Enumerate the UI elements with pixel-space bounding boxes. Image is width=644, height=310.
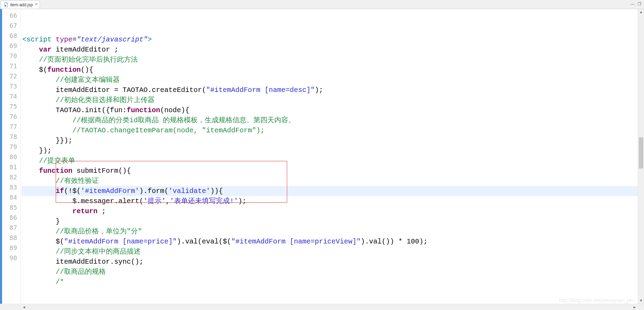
code-line[interactable]: <script type="text/javascript"> [22,34,638,45]
line-number-gutter: 6667686970717273747576777879808182838485… [2,9,21,304]
code-line[interactable]: TAOTAO.init({fun:function(node){ [22,105,638,115]
line-number: 82 [2,172,21,182]
code-token: (){ [81,66,93,74]
vertical-scroll-thumb[interactable] [639,137,643,169]
code-token: $( [22,66,47,74]
code-token: '#itemAddForm' [81,187,139,195]
code-line[interactable]: //取商品价格，单位为"分" [22,226,638,237]
close-tab-icon[interactable]: ✕ [35,2,38,7]
code-token: ).val()) * 100); [361,238,427,246]
code-line[interactable]: //根据商品的分类id取商品 的规格模板，生成规格信息。第四天内容。 [22,115,638,125]
code-token: ).val(eval($( [177,238,231,246]
code-token: if [56,187,64,195]
line-number: 81 [2,162,21,172]
horizontal-scroll-track[interactable] [27,304,631,310]
code-token: $( [22,238,64,246]
code-line[interactable]: //初始化类目选择和图片上传器 [22,95,638,105]
code-token: '提示' [143,197,166,205]
line-number: 68 [2,31,21,41]
code-line[interactable]: itemAddEditor.sync(); [22,257,638,267]
line-number: 76 [2,111,21,122]
scroll-left-icon[interactable]: ◀ [21,304,27,310]
code-token: "#itemAddForm [name=price]" [64,238,177,246]
code-line[interactable]: } [22,216,638,226]
code-token: }}); [22,137,72,145]
line-number: 84 [2,192,21,202]
code-token: //提交表单 [39,157,75,165]
code-token [22,248,56,256]
code-token [22,157,39,165]
code-token [22,177,56,185]
code-token [52,36,56,44]
line-number: 70 [2,51,21,61]
line-number: 79 [2,142,21,152]
code-token: $.messager.alert( [22,197,143,205]
code-line[interactable]: if(!$('#itemAddForm').form('validate')){ [22,186,638,196]
code-token [52,46,56,54]
code-token: //有效性验证 [56,177,99,185]
maximize-pane-icon[interactable]: ❐ [637,1,642,6]
line-number: 87 [2,223,21,233]
code-token: function [127,106,160,114]
code-line[interactable]: $(function(){ [22,65,638,75]
code-line[interactable]: //TAOTAO.changeItemParam(node, "itemAddF… [22,125,638,135]
code-line[interactable]: return ; [22,206,638,216]
code-line[interactable]: function submitForm(){ [22,166,638,176]
code-token: submitForm(){ [72,167,131,175]
code-line[interactable]: //同步文本框中的商品描述 [22,247,638,257]
code-token: ); [238,197,246,205]
code-token [22,268,56,276]
code-token [22,278,56,286]
code-token: (node){ [160,106,189,114]
line-number: 66 [2,10,21,21]
code-line[interactable]: //取商品的规格 [22,267,638,277]
code-token [22,116,72,124]
code-token: '表单还未填写完成!' [170,197,238,205]
code-line[interactable]: //创建富文本编辑器 [22,75,638,85]
svg-point-1 [5,5,6,6]
code-token: }); [22,147,52,155]
line-number: 72 [2,71,21,81]
editor-tab-bar: item-add.jsp ✕ — ❐ [0,0,644,9]
line-number: 75 [2,101,21,111]
line-number: 73 [2,81,21,91]
code-token: function [39,167,72,175]
code-token [22,207,72,215]
line-number: 67 [2,21,21,31]
pane-controls: — ❐ [630,1,642,6]
file-tab[interactable]: item-add.jsp ✕ [1,0,40,9]
code-token: } [22,217,60,225]
code-token: function [47,66,81,74]
scroll-down-icon[interactable]: ▼ [638,297,644,304]
code-line[interactable]: //提交表单 [22,156,638,166]
code-line[interactable]: var itemAddEditor ; [22,45,638,55]
code-token: "#itemAddForm [name=desc]" [206,86,315,94]
code-line[interactable]: $.messager.alert('提示','表单还未填写完成!'); [22,196,638,206]
code-token: "text/javascript" [77,36,148,44]
code-token: itemAddEditor = TAOTAO.createEditor( [22,86,206,94]
code-line[interactable]: }}); [22,135,638,146]
code-line[interactable]: //有效性验证 [22,176,638,186]
code-token: return [72,207,97,215]
code-line[interactable]: itemAddEditor = TAOTAO.createEditor("#it… [22,85,638,95]
code-token: //创建富文本编辑器 [56,76,120,84]
code-line[interactable]: $("#itemAddForm [name=price]").val(eval(… [22,237,638,247]
code-token: > [148,36,152,44]
code-token: itemAddEditor ; [56,46,118,54]
code-viewport[interactable]: <script type="text/javascript"> var item… [21,9,638,304]
vertical-scrollbar[interactable]: ▲ ▼ [638,9,644,304]
line-number: 74 [2,91,21,101]
line-number: 88 [2,233,21,243]
ide-window: item-add.jsp ✕ — ❐ 666768697071727374757… [0,0,644,310]
scroll-up-icon[interactable]: ▲ [638,9,644,15]
code-line[interactable]: //页面初始化完毕后执行此方法 [22,55,638,65]
code-line[interactable]: }); [22,146,638,156]
file-tab-label: item-add.jsp [10,2,33,7]
code-token: //取商品价格，单位为"分" [56,227,142,235]
minimize-pane-icon[interactable]: — [630,1,635,6]
horizontal-scrollbar[interactable]: ◀ ▶ [0,304,644,310]
code-token: <script [22,36,52,44]
code-token: itemAddEditor.sync(); [22,258,143,266]
scroll-right-icon[interactable]: ▶ [631,304,638,310]
code-line[interactable]: /* [22,277,638,287]
